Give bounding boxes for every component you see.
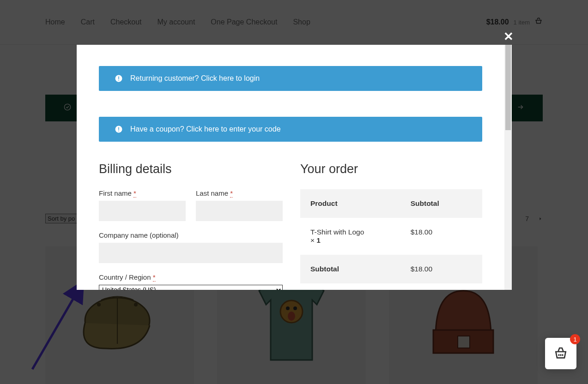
order-table: Product Subtotal T-Shirt with Logo × 1 $… xyxy=(300,189,482,283)
svg-rect-12 xyxy=(118,77,119,79)
order-item-price: $18.00 xyxy=(400,218,482,255)
modal-scrollbar[interactable] xyxy=(504,45,512,290)
svg-rect-13 xyxy=(118,80,119,81)
info-icon xyxy=(115,125,123,133)
first-name-input[interactable] xyxy=(99,201,186,221)
country-select[interactable]: United States (US) xyxy=(99,285,283,290)
scrollbar-thumb[interactable] xyxy=(505,45,511,130)
checkout-modal: Returning customer? Click here to login … xyxy=(77,45,512,290)
th-subtotal: Subtotal xyxy=(400,189,482,218)
order-item-qty-prefix: × xyxy=(310,236,316,244)
coupon-notice: Have a coupon? Click here to enter your … xyxy=(99,117,482,142)
coupon-notice-text: Have a coupon? Click here to enter your … xyxy=(130,125,281,133)
billing-title: Billing details xyxy=(99,162,283,176)
last-name-input[interactable] xyxy=(196,201,283,221)
company-label: Company name (optional) xyxy=(99,231,283,239)
first-name-label: First name * xyxy=(99,189,186,197)
order-title: Your order xyxy=(300,162,482,176)
info-icon xyxy=(115,74,123,83)
order-subtotal-row: Subtotal $18.00 xyxy=(300,255,482,283)
th-product: Product xyxy=(300,189,400,218)
coupon-link[interactable]: Click here to enter your code xyxy=(186,125,281,133)
floating-cart-button[interactable]: 1 xyxy=(545,338,576,369)
company-input[interactable] xyxy=(99,243,283,263)
login-notice-text: Returning customer? Click here to login xyxy=(130,74,260,83)
order-item-name: T-Shirt with Logo xyxy=(310,228,364,236)
cart-badge: 1 xyxy=(570,334,580,344)
order-item-qty: 1 xyxy=(316,236,321,244)
country-label: Country / Region * xyxy=(99,273,283,281)
login-link[interactable]: Click here to login xyxy=(201,74,260,82)
order-subtotal-value: $18.00 xyxy=(400,255,482,283)
order-subtotal-label: Subtotal xyxy=(300,255,400,283)
modal-close-button[interactable]: ✕ xyxy=(503,30,514,42)
svg-rect-16 xyxy=(118,131,119,132)
svg-rect-15 xyxy=(118,127,119,130)
order-line-item: T-Shirt with Logo × 1 $18.00 xyxy=(300,218,482,255)
login-notice: Returning customer? Click here to login xyxy=(99,66,482,91)
last-name-label: Last name * xyxy=(196,189,283,197)
